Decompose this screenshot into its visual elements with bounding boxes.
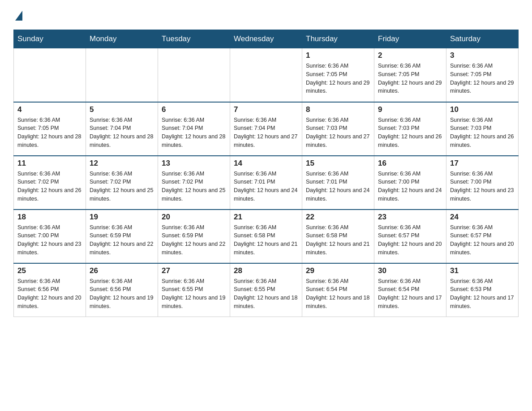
day-number: 2 bbox=[378, 51, 442, 60]
day-info: Sunrise: 6:36 AMSunset: 7:04 PMDaylight:… bbox=[162, 116, 226, 150]
calendar-week-row: 4Sunrise: 6:36 AMSunset: 7:05 PMDaylight… bbox=[14, 102, 519, 156]
day-number: 31 bbox=[450, 266, 515, 275]
calendar-cell bbox=[230, 48, 302, 102]
day-info: Sunrise: 6:36 AMSunset: 6:59 PMDaylight:… bbox=[162, 223, 226, 257]
day-info: Sunrise: 6:36 AMSunset: 6:57 PMDaylight:… bbox=[378, 223, 442, 257]
calendar-cell: 7Sunrise: 6:36 AMSunset: 7:04 PMDaylight… bbox=[230, 102, 302, 156]
day-number: 6 bbox=[162, 105, 226, 114]
calendar-week-row: 25Sunrise: 6:36 AMSunset: 6:56 PMDayligh… bbox=[14, 263, 519, 317]
day-number: 11 bbox=[17, 159, 82, 168]
calendar-cell: 31Sunrise: 6:36 AMSunset: 6:53 PMDayligh… bbox=[446, 263, 519, 317]
calendar-cell: 17Sunrise: 6:36 AMSunset: 7:00 PMDayligh… bbox=[446, 156, 519, 210]
day-number: 22 bbox=[306, 213, 370, 222]
day-number: 15 bbox=[306, 159, 370, 168]
calendar-week-row: 18Sunrise: 6:36 AMSunset: 7:00 PMDayligh… bbox=[14, 210, 519, 263]
day-info: Sunrise: 6:36 AMSunset: 7:00 PMDaylight:… bbox=[378, 170, 442, 203]
page-header bbox=[13, 9, 519, 21]
weekday-header-tuesday: Tuesday bbox=[158, 30, 230, 48]
calendar-cell bbox=[86, 48, 158, 102]
calendar-cell bbox=[158, 48, 230, 102]
day-info: Sunrise: 6:36 AMSunset: 7:05 PMDaylight:… bbox=[306, 62, 370, 95]
weekday-header-monday: Monday bbox=[86, 30, 158, 48]
day-number: 14 bbox=[234, 159, 298, 168]
day-number: 7 bbox=[234, 105, 298, 114]
day-number: 19 bbox=[90, 213, 154, 222]
day-number: 23 bbox=[378, 213, 442, 222]
day-info: Sunrise: 6:36 AMSunset: 6:55 PMDaylight:… bbox=[234, 277, 298, 311]
day-info: Sunrise: 6:36 AMSunset: 6:57 PMDaylight:… bbox=[450, 223, 515, 257]
day-info: Sunrise: 6:36 AMSunset: 6:56 PMDaylight:… bbox=[17, 277, 82, 311]
calendar-cell: 27Sunrise: 6:36 AMSunset: 6:55 PMDayligh… bbox=[158, 263, 230, 317]
day-number: 17 bbox=[450, 159, 515, 168]
day-number: 9 bbox=[378, 105, 442, 114]
day-number: 21 bbox=[234, 213, 298, 222]
day-info: Sunrise: 6:36 AMSunset: 7:03 PMDaylight:… bbox=[378, 116, 442, 150]
calendar-week-row: 1Sunrise: 6:36 AMSunset: 7:05 PMDaylight… bbox=[14, 48, 519, 102]
day-info: Sunrise: 6:36 AMSunset: 7:02 PMDaylight:… bbox=[90, 170, 154, 203]
calendar-cell: 6Sunrise: 6:36 AMSunset: 7:04 PMDaylight… bbox=[158, 102, 230, 156]
day-info: Sunrise: 6:36 AMSunset: 7:03 PMDaylight:… bbox=[306, 116, 370, 150]
calendar-cell: 3Sunrise: 6:36 AMSunset: 7:05 PMDaylight… bbox=[446, 48, 519, 102]
day-number: 16 bbox=[378, 159, 442, 168]
day-info: Sunrise: 6:36 AMSunset: 7:01 PMDaylight:… bbox=[234, 170, 298, 203]
calendar-cell: 23Sunrise: 6:36 AMSunset: 6:57 PMDayligh… bbox=[374, 210, 446, 263]
calendar-cell: 29Sunrise: 6:36 AMSunset: 6:54 PMDayligh… bbox=[302, 263, 374, 317]
logo-triangle-icon bbox=[15, 11, 22, 21]
weekday-header-wednesday: Wednesday bbox=[230, 30, 302, 48]
day-info: Sunrise: 6:36 AMSunset: 7:02 PMDaylight:… bbox=[162, 170, 226, 203]
weekday-header-row: SundayMondayTuesdayWednesdayThursdayFrid… bbox=[14, 30, 519, 48]
calendar-cell: 9Sunrise: 6:36 AMSunset: 7:03 PMDaylight… bbox=[374, 102, 446, 156]
calendar-cell: 2Sunrise: 6:36 AMSunset: 7:05 PMDaylight… bbox=[374, 48, 446, 102]
day-number: 28 bbox=[234, 266, 298, 275]
calendar-cell bbox=[14, 48, 86, 102]
weekday-header-sunday: Sunday bbox=[14, 30, 86, 48]
day-info: Sunrise: 6:36 AMSunset: 6:56 PMDaylight:… bbox=[90, 277, 154, 311]
weekday-header-friday: Friday bbox=[374, 30, 446, 48]
day-info: Sunrise: 6:36 AMSunset: 6:54 PMDaylight:… bbox=[378, 277, 442, 311]
calendar-cell: 26Sunrise: 6:36 AMSunset: 6:56 PMDayligh… bbox=[86, 263, 158, 317]
calendar-cell: 13Sunrise: 6:36 AMSunset: 7:02 PMDayligh… bbox=[158, 156, 230, 210]
day-info: Sunrise: 6:36 AMSunset: 7:04 PMDaylight:… bbox=[90, 116, 154, 150]
day-info: Sunrise: 6:36 AMSunset: 6:58 PMDaylight:… bbox=[306, 223, 370, 257]
day-number: 18 bbox=[17, 213, 82, 222]
calendar-cell: 1Sunrise: 6:36 AMSunset: 7:05 PMDaylight… bbox=[302, 48, 374, 102]
day-info: Sunrise: 6:36 AMSunset: 7:00 PMDaylight:… bbox=[450, 170, 515, 203]
calendar-cell: 21Sunrise: 6:36 AMSunset: 6:58 PMDayligh… bbox=[230, 210, 302, 263]
day-number: 27 bbox=[162, 266, 226, 275]
day-info: Sunrise: 6:36 AMSunset: 6:54 PMDaylight:… bbox=[306, 277, 370, 311]
day-number: 20 bbox=[162, 213, 226, 222]
day-number: 26 bbox=[90, 266, 154, 275]
calendar-cell: 18Sunrise: 6:36 AMSunset: 7:00 PMDayligh… bbox=[14, 210, 86, 263]
day-info: Sunrise: 6:36 AMSunset: 7:05 PMDaylight:… bbox=[17, 116, 82, 150]
day-info: Sunrise: 6:36 AMSunset: 7:04 PMDaylight:… bbox=[234, 116, 298, 150]
day-number: 8 bbox=[306, 105, 370, 114]
day-number: 12 bbox=[90, 159, 154, 168]
day-number: 10 bbox=[450, 105, 515, 114]
calendar-cell: 14Sunrise: 6:36 AMSunset: 7:01 PMDayligh… bbox=[230, 156, 302, 210]
day-info: Sunrise: 6:36 AMSunset: 7:01 PMDaylight:… bbox=[306, 170, 370, 203]
day-number: 29 bbox=[306, 266, 370, 275]
calendar-cell: 16Sunrise: 6:36 AMSunset: 7:00 PMDayligh… bbox=[374, 156, 446, 210]
weekday-header-saturday: Saturday bbox=[446, 30, 519, 48]
logo bbox=[13, 9, 23, 21]
calendar-cell: 11Sunrise: 6:36 AMSunset: 7:02 PMDayligh… bbox=[14, 156, 86, 210]
calendar-cell: 5Sunrise: 6:36 AMSunset: 7:04 PMDaylight… bbox=[86, 102, 158, 156]
calendar-cell: 4Sunrise: 6:36 AMSunset: 7:05 PMDaylight… bbox=[14, 102, 86, 156]
calendar-table: SundayMondayTuesdayWednesdayThursdayFrid… bbox=[13, 30, 519, 317]
day-number: 30 bbox=[378, 266, 442, 275]
calendar-cell: 10Sunrise: 6:36 AMSunset: 7:03 PMDayligh… bbox=[446, 102, 519, 156]
day-info: Sunrise: 6:36 AMSunset: 7:03 PMDaylight:… bbox=[450, 116, 515, 150]
day-number: 4 bbox=[17, 105, 82, 114]
calendar-cell: 8Sunrise: 6:36 AMSunset: 7:03 PMDaylight… bbox=[302, 102, 374, 156]
day-number: 1 bbox=[306, 51, 370, 60]
day-number: 5 bbox=[90, 105, 154, 114]
calendar-cell: 25Sunrise: 6:36 AMSunset: 6:56 PMDayligh… bbox=[14, 263, 86, 317]
day-info: Sunrise: 6:36 AMSunset: 6:59 PMDaylight:… bbox=[90, 223, 154, 257]
day-info: Sunrise: 6:36 AMSunset: 7:00 PMDaylight:… bbox=[17, 223, 82, 257]
calendar-cell: 30Sunrise: 6:36 AMSunset: 6:54 PMDayligh… bbox=[374, 263, 446, 317]
day-info: Sunrise: 6:36 AMSunset: 7:02 PMDaylight:… bbox=[17, 170, 82, 203]
day-number: 25 bbox=[17, 266, 82, 275]
day-info: Sunrise: 6:36 AMSunset: 7:05 PMDaylight:… bbox=[378, 62, 442, 95]
calendar-cell: 24Sunrise: 6:36 AMSunset: 6:57 PMDayligh… bbox=[446, 210, 519, 263]
calendar-cell: 12Sunrise: 6:36 AMSunset: 7:02 PMDayligh… bbox=[86, 156, 158, 210]
